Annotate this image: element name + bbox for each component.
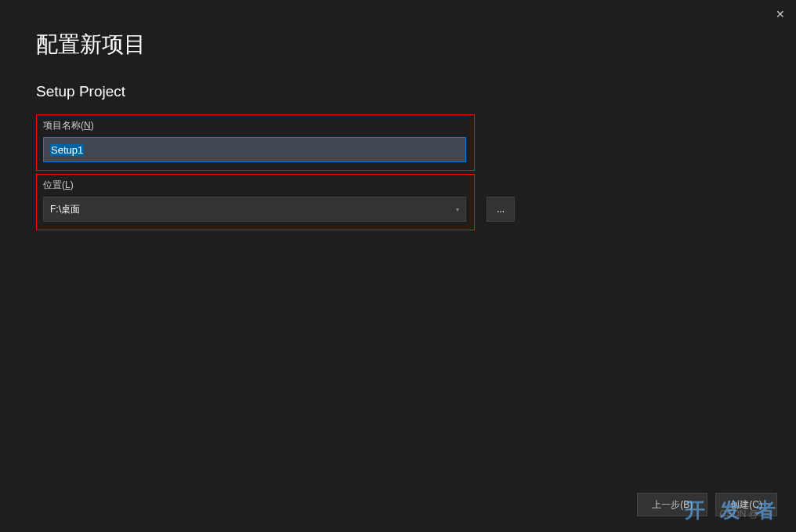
- location-value: F:\桌面: [50, 203, 80, 216]
- location-group: 位置(L) F:\桌面 ▾ ...: [36, 174, 475, 230]
- browse-label: ...: [497, 204, 505, 215]
- page-title: 配置新项目: [36, 30, 760, 60]
- project-name-group: 项目名称(N) Setup1: [36, 114, 475, 171]
- location-dropdown[interactable]: F:\桌面 ▾: [43, 197, 466, 222]
- location-label: 位置(L): [43, 179, 468, 192]
- dialog-window: ✕ 配置新项目 Setup Project 项目名称(N) Setup1 位置(…: [0, 0, 796, 532]
- project-name-label: 项目名称(N): [43, 119, 468, 132]
- dialog-footer: 上一步(B) 创建(C): [0, 477, 796, 532]
- close-icon: ✕: [776, 8, 785, 20]
- content-area: 配置新项目 Setup Project 项目名称(N) Setup1 位置(L)…: [0, 0, 796, 230]
- back-button[interactable]: 上一步(B): [637, 493, 707, 516]
- create-button[interactable]: 创建(C): [715, 493, 777, 516]
- chevron-down-icon: ▾: [456, 206, 459, 213]
- browse-button[interactable]: ...: [487, 197, 515, 222]
- close-button[interactable]: ✕: [772, 6, 788, 22]
- project-name-input[interactable]: Setup1: [43, 137, 466, 162]
- project-name-value: Setup1: [50, 144, 84, 156]
- template-title: Setup Project: [36, 83, 760, 100]
